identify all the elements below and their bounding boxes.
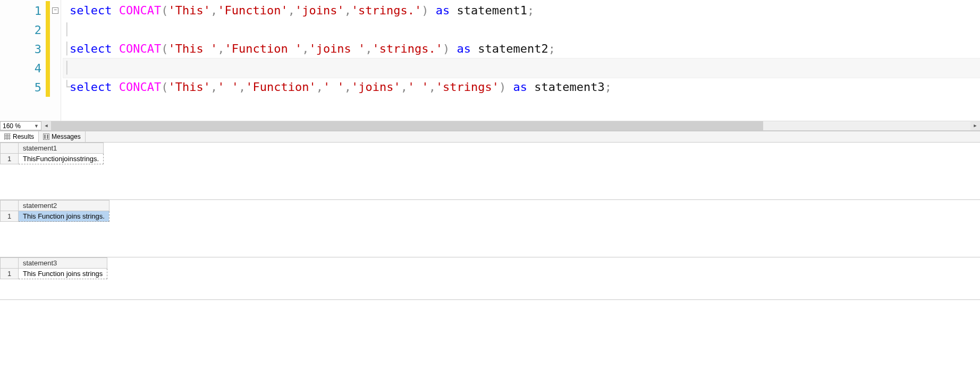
- token-paren: (: [161, 39, 168, 59]
- results-tabs: Results Messages: [0, 131, 980, 143]
- grid-corner[interactable]: [1, 258, 19, 269]
- result-grid[interactable]: statement11ThisFunctionjoinsstrings.: [0, 143, 104, 164]
- row-header[interactable]: 1: [1, 211, 19, 222]
- token-str: 'strings': [436, 78, 499, 97]
- token-plain: [450, 1, 457, 20]
- hscroll-track[interactable]: [763, 121, 970, 130]
- table-row[interactable]: 1This Function joins strings.: [1, 211, 109, 222]
- token-plain: [112, 39, 119, 59]
- token-fn: CONCAT: [119, 78, 161, 97]
- column-header[interactable]: statement1: [19, 143, 104, 154]
- tab-messages[interactable]: Messages: [39, 131, 86, 142]
- token-paren: ): [421, 1, 428, 20]
- cell[interactable]: ThisFunctionjoinsstrings.: [19, 154, 104, 164]
- token-str: 'joins': [295, 1, 344, 20]
- token-paren: ,: [316, 78, 323, 97]
- indent-guide: │: [63, 39, 70, 59]
- token-plain: [527, 78, 534, 97]
- column-header[interactable]: statement3: [19, 258, 107, 269]
- gutter-row: 5: [0, 78, 61, 97]
- token-paren: ): [499, 78, 506, 97]
- hscroll-thumb[interactable]: [51, 121, 763, 130]
- zoom-value: 160 %: [3, 122, 21, 130]
- token-str: 'strings.': [373, 39, 443, 59]
- code-line[interactable]: └select CONCAT('This',' ','Function',' '…: [63, 78, 980, 97]
- token-plain: [471, 39, 478, 59]
- token-kw: select: [70, 39, 112, 59]
- change-bar: [46, 39, 50, 59]
- token-str: ' ': [408, 78, 429, 97]
- token-str: 'strings.': [351, 1, 421, 20]
- zoom-dropdown[interactable]: 160 % ▼: [0, 121, 41, 130]
- token-paren: ;: [527, 1, 534, 20]
- result-grid[interactable]: statement31This Function joins strings: [0, 257, 107, 279]
- token-kw: select: [70, 1, 112, 20]
- gutter-row: 4: [0, 59, 61, 78]
- token-paren: ): [443, 39, 450, 59]
- token-fn: CONCAT: [119, 39, 161, 59]
- fold-collapse-icon[interactable]: −: [52, 7, 58, 14]
- token-paren: (: [161, 1, 168, 20]
- row-header[interactable]: 1: [1, 154, 19, 164]
- result-block: statement31This Function joins strings: [0, 257, 980, 300]
- token-paren: ,: [344, 78, 351, 97]
- cell[interactable]: This Function joins strings.: [19, 211, 109, 222]
- token-str: 'This ': [168, 39, 217, 59]
- chevron-down-icon: ▼: [34, 123, 39, 129]
- token-paren: ,: [302, 39, 309, 59]
- token-str: 'joins': [351, 78, 401, 97]
- token-kw: select: [70, 78, 112, 97]
- code-line[interactable]: select CONCAT('This','Function','joins',…: [63, 1, 980, 20]
- indent-guide: └: [63, 78, 70, 97]
- change-bar: [46, 78, 50, 97]
- token-str: ' ': [323, 78, 344, 97]
- scroll-right-button[interactable]: ▶: [970, 121, 980, 130]
- token-str: 'Function': [217, 1, 288, 20]
- tab-results[interactable]: Results: [0, 131, 39, 142]
- token-plain: [450, 39, 457, 59]
- grid-icon: [4, 133, 11, 140]
- row-header[interactable]: 1: [1, 269, 19, 279]
- table-row[interactable]: 1ThisFunctionjoinsstrings.: [1, 154, 104, 164]
- token-plain: [429, 1, 436, 20]
- change-bar: [46, 1, 50, 20]
- token-paren: ,: [344, 1, 351, 20]
- token-kw: as: [436, 1, 450, 20]
- change-bar: [46, 59, 50, 78]
- token-paren: ,: [210, 1, 217, 20]
- indent-guide: │: [63, 59, 70, 78]
- token-paren: ,: [288, 1, 295, 20]
- scroll-left-button[interactable]: ◀: [41, 121, 51, 130]
- token-ident: statement3: [534, 78, 604, 97]
- code-lines[interactable]: select CONCAT('This','Function','joins',…: [61, 0, 980, 121]
- gutter: 1−2345: [0, 0, 61, 121]
- token-kw: as: [513, 78, 528, 97]
- token-paren: ,: [239, 78, 246, 97]
- token-str: ' ': [217, 78, 239, 97]
- editor-bottom-bar: 160 % ▼ ◀ ▶: [0, 121, 980, 130]
- grid-corner[interactable]: [1, 201, 19, 211]
- token-str: 'Function': [246, 78, 316, 97]
- grid-corner[interactable]: [1, 143, 19, 154]
- token-plain: [112, 78, 119, 97]
- indent-guide: │: [63, 20, 70, 39]
- result-grid[interactable]: statement21This Function joins strings.: [0, 200, 109, 222]
- column-header[interactable]: statement2: [19, 201, 109, 211]
- code-line[interactable]: │: [63, 59, 980, 78]
- token-paren: ;: [548, 39, 555, 59]
- cell[interactable]: This Function joins strings: [19, 269, 107, 279]
- line-number: 3: [23, 43, 41, 56]
- result-block: statement21This Function joins strings.: [0, 200, 980, 257]
- token-paren: ,: [365, 39, 372, 59]
- tab-results-label: Results: [13, 133, 34, 140]
- gutter-row: 3: [0, 39, 61, 59]
- code-line[interactable]: │: [63, 20, 980, 39]
- code-line[interactable]: │select CONCAT('This ','Function ','join…: [63, 39, 980, 59]
- code-pane[interactable]: 1−2345 select CONCAT('This','Function','…: [0, 0, 980, 121]
- messages-icon: [43, 133, 49, 140]
- gutter-row: 1−: [0, 1, 61, 20]
- token-str: 'Function ': [224, 39, 302, 59]
- table-row[interactable]: 1This Function joins strings: [1, 269, 107, 279]
- token-str: 'This': [168, 1, 210, 20]
- line-number: 2: [23, 23, 41, 37]
